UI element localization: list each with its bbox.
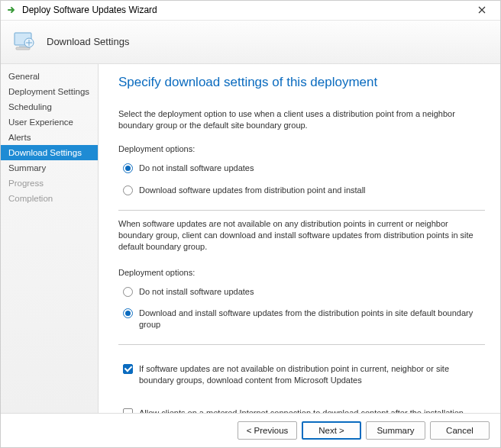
radio-icon	[123, 308, 133, 318]
group1-option2-label: Download software updates from distribut…	[139, 185, 366, 196]
sidebar: General Deployment Settings Scheduling U…	[1, 64, 99, 413]
app-icon	[7, 5, 18, 15]
group2-option1[interactable]: Do not install software updates	[123, 286, 485, 298]
group1-option1-label: Do not install software updates	[139, 163, 254, 174]
divider	[118, 344, 485, 345]
svg-rect-2	[16, 47, 30, 50]
divider	[118, 210, 485, 211]
sidebar-item-completion: Completion	[1, 191, 98, 206]
next-button[interactable]: Next >	[302, 421, 361, 440]
sidebar-item-general[interactable]: General	[1, 69, 98, 84]
mid-note: When software updates are not available …	[118, 218, 485, 253]
group2-option1-label: Do not install software updates	[139, 286, 254, 298]
footer: < Previous Next > Summary Cancel	[1, 413, 500, 447]
group2-option2-label: Download and install software updates fr…	[139, 308, 485, 330]
main-panel: Specify download settings of this deploy…	[99, 64, 500, 413]
sidebar-item-deployment-settings[interactable]: Deployment Settings	[1, 84, 98, 99]
sidebar-item-summary[interactable]: Summary	[1, 160, 98, 176]
wizard-icon	[10, 28, 37, 56]
sidebar-item-progress: Progress	[1, 176, 98, 191]
window-title: Deploy Software Updates Wizard	[22, 5, 157, 15]
group1-label: Deployment options:	[118, 144, 485, 153]
radio-icon	[123, 185, 133, 195]
sidebar-item-alerts[interactable]: Alerts	[1, 130, 98, 145]
checkbox-icon	[123, 364, 133, 374]
header-strip: Download Settings	[1, 21, 500, 64]
sidebar-item-download-settings[interactable]: Download Settings	[1, 145, 98, 160]
intro-text: Select the deployment option to use when…	[118, 108, 485, 131]
checkbox-ms-updates-label: If software updates are not available on…	[139, 363, 485, 386]
titlebar: Deploy Software Updates Wizard	[1, 1, 500, 21]
sidebar-item-user-experience[interactable]: User Experience	[1, 114, 98, 130]
radio-icon	[123, 163, 133, 173]
checkbox-ms-updates[interactable]: If software updates are not available on…	[123, 363, 485, 386]
sidebar-item-scheduling[interactable]: Scheduling	[1, 99, 98, 114]
cancel-button[interactable]: Cancel	[430, 421, 490, 440]
group2-option2[interactable]: Download and install software updates fr…	[123, 308, 485, 330]
group1-option2[interactable]: Download software updates from distribut…	[123, 185, 485, 196]
group1-option1[interactable]: Do not install software updates	[123, 163, 485, 174]
checkbox-metered[interactable]: Allow clients on a metered Internet conn…	[123, 408, 485, 413]
checkbox-metered-label: Allow clients on a metered Internet conn…	[139, 408, 485, 413]
close-button[interactable]	[470, 1, 494, 19]
radio-icon	[123, 287, 133, 297]
previous-button[interactable]: < Previous	[238, 421, 297, 440]
group2-label: Deployment options:	[118, 268, 485, 277]
header-subtitle: Download Settings	[47, 36, 129, 47]
page-title: Specify download settings of this deploy…	[118, 75, 485, 90]
summary-button[interactable]: Summary	[366, 421, 425, 440]
